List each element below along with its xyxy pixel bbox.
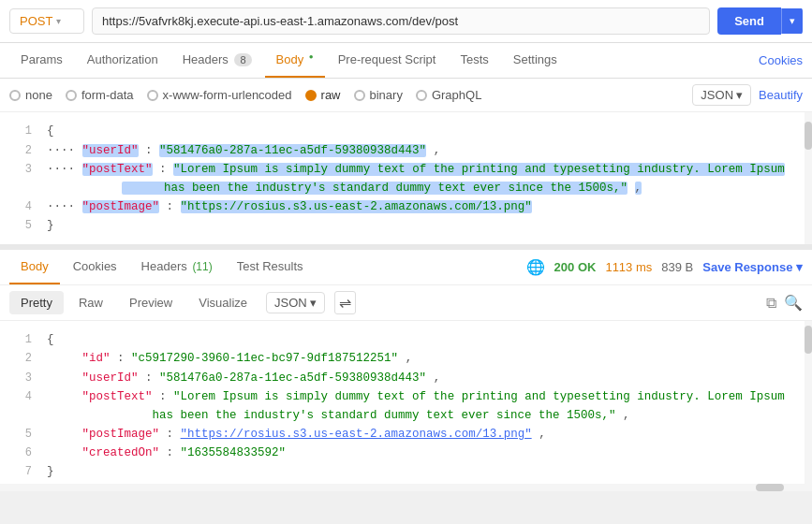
format-raw[interactable]: raw xyxy=(305,88,341,102)
beautify-button[interactable]: Beautify xyxy=(759,88,803,102)
response-tab-cookies[interactable]: Cookies xyxy=(62,250,128,284)
copy-response-button[interactable]: ⧉ xyxy=(766,295,776,312)
json-type-dropdown[interactable]: JSON ▾ xyxy=(692,84,751,106)
resp-code-line-6: 6 "createdOn" : "1635584833592" xyxy=(0,444,812,462)
method-chevron-icon: ▾ xyxy=(56,16,61,26)
response-scrollbar-track-bottom xyxy=(0,484,812,491)
response-action-icons: ⧉ 🔍 xyxy=(766,294,803,312)
format-graphql[interactable]: GraphQL xyxy=(416,88,481,102)
status-ok-text: 200 OK xyxy=(554,260,597,274)
radio-none xyxy=(9,90,21,101)
response-nav-tabs: Body Cookies Headers (11) Test Results 🌐… xyxy=(0,250,812,285)
code-line-2: 2 ···· "userId" : "581476a0-287a-11ec-a5… xyxy=(0,141,812,160)
radio-raw xyxy=(305,90,317,101)
response-pretty-button[interactable]: Pretty xyxy=(9,291,64,314)
response-section: Body Cookies Headers (11) Test Results 🌐… xyxy=(0,250,812,490)
tab-pre-request[interactable]: Pre-request Script xyxy=(327,43,448,78)
method-label: POST xyxy=(20,14,52,28)
code-line-1: 1 { xyxy=(0,122,812,140)
radio-binary xyxy=(354,90,365,101)
send-button[interactable]: Send xyxy=(717,7,781,35)
save-response-button[interactable]: Save Response ▾ xyxy=(702,260,803,274)
code-line-3b: has been the industry's standard dummy t… xyxy=(0,179,812,197)
tab-settings[interactable]: Settings xyxy=(502,43,568,78)
format-right-controls: JSON ▾ Beautify xyxy=(692,84,803,106)
url-bar: POST ▾ Send ▾ xyxy=(0,0,812,43)
request-body-editor[interactable]: 1 { 2 ···· "userId" : "581476a0-287a-11e… xyxy=(0,112,812,250)
wrap-icon[interactable]: ⇌ xyxy=(334,291,356,314)
response-body-viewer: 1 { 2 "id" : "c5917290-3960-11ec-bc97-9d… xyxy=(0,321,812,490)
radio-form-data xyxy=(66,90,77,101)
response-format-tabs: Pretty Raw Preview Visualize JSON ▾ ⇌ ⧉ … xyxy=(0,285,812,321)
tab-authorization[interactable]: Authorization xyxy=(76,43,170,78)
code-line-5: 5 } xyxy=(0,216,812,235)
body-dot-icon: ● xyxy=(309,52,314,61)
response-tab-headers[interactable]: Headers (11) xyxy=(130,250,224,284)
resp-code-line-1: 1 { xyxy=(0,330,812,349)
response-preview-button[interactable]: Preview xyxy=(118,291,184,314)
tab-params[interactable]: Params xyxy=(9,43,74,78)
tab-headers[interactable]: Headers 8 xyxy=(171,43,263,78)
body-format-tabs: none form-data x-www-form-urlencoded raw… xyxy=(0,79,812,112)
json-chevron-icon: ▾ xyxy=(736,88,743,102)
response-status-bar: 🌐 200 OK 1113 ms 839 B Save Response ▾ xyxy=(526,258,803,276)
format-binary[interactable]: binary xyxy=(354,88,403,102)
headers-badge: 8 xyxy=(234,53,251,66)
resp-code-line-7: 7 } xyxy=(0,462,812,481)
response-tab-test-results[interactable]: Test Results xyxy=(226,250,315,284)
send-dropdown-button[interactable]: ▾ xyxy=(781,8,803,34)
radio-graphql xyxy=(416,90,427,101)
response-raw-button[interactable]: Raw xyxy=(67,291,114,314)
globe-icon: 🌐 xyxy=(526,258,545,276)
search-response-button[interactable]: 🔍 xyxy=(784,294,803,312)
status-size: 839 B xyxy=(661,260,693,274)
request-scrollbar-thumb[interactable] xyxy=(805,122,812,150)
response-scrollbar-track xyxy=(805,321,812,490)
resp-code-line-2: 2 "id" : "c5917290-3960-11ec-bc97-9df187… xyxy=(0,349,812,368)
radio-urlencoded xyxy=(147,90,158,101)
response-hscrollbar-thumb[interactable] xyxy=(756,484,784,491)
tab-tests[interactable]: Tests xyxy=(449,43,499,78)
post-image-link[interactable]: "https://rosius.s3.us-east-2.amazonaws.c… xyxy=(181,428,532,441)
response-tab-body[interactable]: Body xyxy=(9,250,60,284)
response-json-dropdown[interactable]: JSON ▾ xyxy=(266,292,325,313)
format-form-data[interactable]: form-data xyxy=(66,88,134,102)
response-json-chevron-icon: ▾ xyxy=(310,296,317,310)
send-button-group: Send ▾ xyxy=(717,7,803,35)
response-visualize-button[interactable]: Visualize xyxy=(187,291,258,314)
format-urlencoded[interactable]: x-www-form-urlencoded xyxy=(147,88,292,102)
response-scrollbar-thumb[interactable] xyxy=(805,326,812,354)
request-nav-tabs: Params Authorization Headers 8 Body ● Pr… xyxy=(0,43,812,79)
cookies-link[interactable]: Cookies xyxy=(759,53,803,67)
request-scrollbar-track xyxy=(805,112,812,244)
resp-code-line-4b: has been the industry's standard dummy t… xyxy=(0,406,812,425)
code-line-3: 3 ···· "postText" : "Lorem Ipsum is simp… xyxy=(0,160,812,179)
format-none[interactable]: none xyxy=(9,88,52,102)
resp-code-line-3: 3 "userId" : "581476a0-287a-11ec-a5df-59… xyxy=(0,369,812,387)
code-line-4: 4 ···· "postImage" : "https://rosius.s3.… xyxy=(0,197,812,216)
url-input[interactable] xyxy=(92,7,710,35)
resp-code-line-5: 5 "postImage" : "https://rosius.s3.us-ea… xyxy=(0,425,812,444)
save-response-chevron-icon: ▾ xyxy=(796,260,803,274)
status-time: 1113 ms xyxy=(605,260,652,274)
tab-body[interactable]: Body ● xyxy=(265,43,325,78)
resp-code-line-4: 4 "postText" : "Lorem Ipsum is simply du… xyxy=(0,387,812,406)
response-headers-badge: (11) xyxy=(192,260,212,273)
method-select[interactable]: POST ▾ xyxy=(9,8,84,34)
